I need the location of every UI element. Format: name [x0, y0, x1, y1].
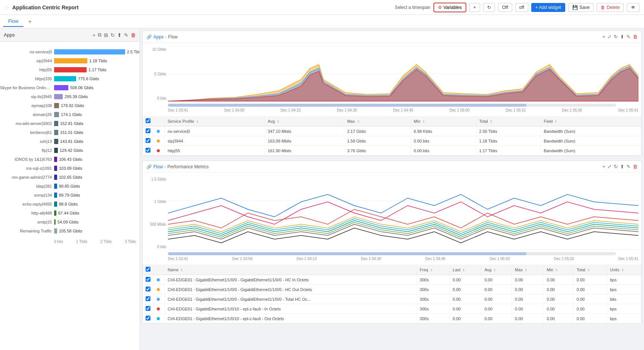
row-checkbox[interactable] [143, 146, 154, 156]
row-checkbox-2[interactable] [143, 285, 154, 294]
refresh-icon-2[interactable]: ↻ [614, 164, 618, 169]
expand-icon[interactable]: ⤢ [607, 34, 612, 40]
refresh-action-icon[interactable]: ↻ [111, 32, 115, 38]
row-checkbox-2[interactable] [143, 275, 154, 285]
bar-row[interactable]: https|335 775.6 Gbits [0, 75, 136, 83]
breadcrumb-apps-link[interactable]: Apps [153, 34, 164, 40]
select-all-checkbox-2[interactable] [146, 267, 150, 272]
breadcrumb-flow-link[interactable]: Flow [153, 164, 163, 169]
th-max-2[interactable]: Max ⇕ [512, 265, 544, 275]
row-checkbox[interactable] [143, 136, 154, 146]
breadcrumb-flow: Flow [168, 34, 177, 40]
bar-row[interactable]: echo-reply|4995 88.8 Gbits [0, 200, 136, 208]
th-name[interactable]: Name ⇕ [165, 265, 417, 275]
row-checkbox[interactable] [143, 126, 154, 136]
add-widget-icon-2[interactable]: + [602, 164, 605, 169]
mini-scrollbar-1[interactable] [168, 104, 616, 107]
bar [54, 94, 63, 99]
bar-row[interactable]: sip|3944 1.18 Tbits [0, 57, 136, 65]
th-avg-2[interactable]: Avg ⇕ [481, 265, 512, 275]
th-units[interactable]: Units ⇕ [607, 265, 641, 275]
delete-icon-2[interactable]: 🗑 [633, 164, 638, 169]
bar-row[interactable]: kerberos|61 151.01 Gbits [0, 128, 136, 137]
row-avg-2: 0.00 [481, 275, 512, 285]
row-name: CHI-EDGE01 · GigabitEthernet1/1/0/0 - Gi… [165, 285, 417, 294]
tab-flow[interactable]: Flow [3, 16, 24, 27]
row-checkbox-2[interactable] [143, 304, 154, 314]
bar-row[interactable]: epmap|108 179.92 Gbits [0, 101, 136, 110]
th-total[interactable]: Total ⇕ [476, 116, 541, 126]
off-toggle[interactable]: Off [498, 3, 512, 12]
row-last: 0.00 [449, 314, 481, 324]
delete-button[interactable]: 🗑 Delete [597, 3, 624, 12]
bar-row[interactable]: http-alt|488 67.44 Gbits [0, 209, 136, 217]
mini-scrollbar-2[interactable] [168, 252, 616, 255]
th-total-2[interactable]: Total ⇕ [573, 265, 607, 275]
bar-row[interactable]: nm-game-admin|2774 102.65 Gbits [0, 173, 136, 181]
th-avg[interactable]: Avg ⇕ [265, 116, 344, 126]
bar-container: 2.5 Tbits [54, 49, 140, 54]
bar-row[interactable]: snmp|134 89.79 Gbits [0, 191, 136, 199]
refresh-icon[interactable]: ↻ [614, 34, 618, 40]
row-min-2: 0.00 [544, 275, 573, 285]
bar-row[interactable]: ftp|12 129.42 Gbits [0, 146, 136, 154]
add-tab-button[interactable]: + [25, 17, 34, 26]
th-field[interactable]: Field ⇕ [541, 116, 641, 126]
edit-action-icon[interactable]: ✎ [124, 32, 128, 38]
add-widget-button[interactable]: + Add widget [531, 3, 565, 12]
bar-row[interactable]: ldap|281 90.85 Gbits [0, 182, 136, 190]
row-checkbox-2[interactable] [143, 294, 154, 304]
bar [54, 175, 57, 180]
refresh-button[interactable]: ↻ [483, 3, 495, 12]
th-checkbox-1[interactable] [143, 116, 154, 126]
th-checkbox-2[interactable] [143, 265, 154, 275]
variables-button[interactable]: ⚙ Variables [433, 3, 466, 12]
edit-icon[interactable]: ✎ [626, 34, 631, 40]
row-avg: 347.10 Mbits [265, 126, 344, 136]
view-button[interactable]: 👁 [627, 3, 640, 12]
th-max[interactable]: Max ⇕ [344, 116, 410, 126]
row-color-2 [154, 294, 165, 304]
export-icon-2[interactable]: ⬆ [620, 164, 624, 169]
delete-action-icon[interactable]: 🗑 [131, 32, 136, 38]
bar-row[interactable]: ms-sql-s|1091 103.09 Gbits [0, 164, 136, 172]
grid-action-icon[interactable]: ⊞ [104, 32, 108, 38]
off2-toggle[interactable]: off [515, 3, 528, 12]
add-timespan-button[interactable]: + [469, 3, 480, 12]
th-min-2[interactable]: Min ⇕ [544, 265, 573, 275]
th-min[interactable]: Min ⇕ [411, 116, 476, 126]
bar-row[interactable]: IONOS by 1&1|6763 106.43 Gbits [0, 155, 136, 163]
row-total: 1.18 Tbits [476, 136, 541, 146]
bar-row[interactable]: domain|35 174.1 Gbits [0, 110, 136, 119]
copy-action-icon[interactable]: ⧉ [98, 32, 102, 38]
save-button[interactable]: 💾 Save [568, 3, 594, 12]
bar-row[interactable]: no-service|0 2.5 Tbits [0, 48, 136, 56]
bar-row[interactable]: ms-wbt-server|3002 152.81 Gbits [0, 119, 136, 128]
expand-icon-2[interactable]: ⤢ [607, 164, 612, 169]
th-service-profile[interactable]: Service Profile ⇕ [165, 116, 265, 126]
export-icon[interactable]: ⬆ [620, 34, 624, 40]
bar-container: 295.39 Gbits [54, 94, 136, 99]
bar-row[interactable]: Skype for Business Online & Mi... 508.06… [0, 84, 136, 92]
bar-row[interactable]: sip-tls|3945 295.39 Gbits [0, 93, 136, 101]
bar-label: sip|3944 [0, 59, 54, 63]
bar-row[interactable]: Remaining Traffic 105.58 Gbits [0, 227, 136, 235]
bar-row[interactable]: smtp|15 54.09 Gbits [0, 218, 136, 226]
delete-icon[interactable]: 🗑 [633, 34, 638, 40]
edit-icon-2[interactable]: ✎ [626, 164, 631, 169]
select-all-checkbox-1[interactable] [146, 118, 150, 123]
bar-row[interactable]: ssh|13 143.81 Gbits [0, 137, 136, 146]
bar-row[interactable]: http|55 1.17 Tbits [0, 66, 136, 74]
row-max-2: 0.00 [512, 285, 544, 294]
bar-value: 2.5 Tbits [127, 50, 140, 54]
star-icon[interactable]: ☆ [4, 4, 9, 10]
th-freq[interactable]: Freq ⇕ [417, 265, 449, 275]
bar-label: ssh|13 [0, 139, 54, 144]
bar-label: ms-sql-s|1091 [0, 166, 54, 171]
export-action-icon[interactable]: ⬆ [117, 32, 122, 38]
add-widget-icon[interactable]: + [602, 34, 605, 40]
bar-container: 105.58 Gbits [54, 228, 136, 234]
add-action-icon[interactable]: + [93, 32, 96, 38]
row-checkbox-2[interactable] [143, 314, 154, 324]
th-last[interactable]: Last ⇕ [449, 265, 481, 275]
